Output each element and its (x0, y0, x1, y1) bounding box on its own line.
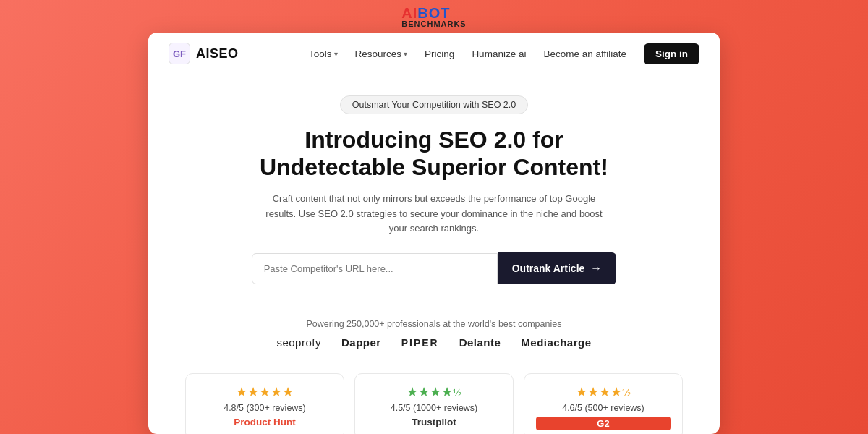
stars-trustpilot: ★★★★½ (367, 384, 501, 400)
score-trustpilot: 4.5/5 (1000+ reviews) (367, 403, 501, 413)
review-cards: ★★★★★ 4.8/5 (300+ reviews) Product Hunt … (148, 373, 720, 434)
arrow-icon: → (590, 262, 602, 275)
nav-humanize[interactable]: Humanize ai (472, 48, 526, 59)
navbar-nav: Tools ▾ Resources ▾ Pricing Humanize ai … (309, 43, 699, 64)
platform-trustpilot: Trustpilot (367, 417, 501, 427)
company-mediacharge: Mediacharge (521, 336, 591, 349)
review-card-producthunt: ★★★★★ 4.8/5 (300+ reviews) Product Hunt (185, 373, 344, 434)
logo-text: AISEO (196, 46, 239, 61)
navbar-logo: GF AISEO (169, 43, 239, 64)
platform-producthunt: Product Hunt (197, 417, 332, 427)
hero-badge: Outsmart Your Competition with SEO 2.0 (340, 95, 529, 114)
url-input[interactable] (252, 253, 498, 284)
review-card-g2: ★★★★½ 4.6/5 (500+ reviews) G2 (524, 373, 683, 434)
score-g2: 4.6/5 (500+ reviews) (536, 403, 671, 413)
chevron-down-icon: ▾ (334, 50, 338, 58)
chevron-down-icon: ▾ (404, 50, 407, 58)
signin-button[interactable]: Sign in (644, 43, 699, 64)
hero-subtitle: Craft content that not only mirrors but … (260, 192, 608, 237)
banner-benchmarks-text: BENCHMARKS (401, 20, 466, 28)
companies-label: Powering 250,000+ professionals at the w… (177, 319, 691, 329)
nav-affiliate[interactable]: Become an affiliate (543, 48, 626, 59)
nav-pricing[interactable]: Pricing (425, 48, 454, 59)
search-bar: Outrank Article → (177, 252, 691, 284)
main-card: GF AISEO Tools ▾ Resources ▾ Pricing Hum… (148, 33, 720, 434)
navbar: GF AISEO Tools ▾ Resources ▾ Pricing Hum… (148, 33, 720, 75)
companies-section: Powering 250,000+ professionals at the w… (148, 319, 720, 373)
company-delante: Delante (459, 336, 501, 349)
review-card-trustpilot: ★★★★½ 4.5/5 (1000+ reviews) Trustpilot (354, 373, 514, 434)
nav-tools[interactable]: Tools ▾ (309, 48, 338, 59)
hero-title: Introducing SEO 2.0 for Undetectable Sup… (177, 126, 691, 182)
banner-logo: AI BOT BENCHMARKS (401, 6, 466, 28)
hero-section: Outsmart Your Competition with SEO 2.0 I… (148, 75, 720, 319)
company-dapper: Dapper (341, 336, 381, 349)
banner-ai-text: AI (401, 6, 417, 20)
top-banner: AI BOT BENCHMARKS (0, 0, 868, 33)
company-seoprofy: seoprofy (276, 336, 321, 349)
nav-resources[interactable]: Resources ▾ (355, 48, 408, 59)
logo-icon: GF (169, 43, 190, 64)
score-producthunt: 4.8/5 (300+ reviews) (197, 403, 332, 413)
g2-badge: G2 (536, 417, 671, 430)
companies-logos: seoprofy Dapper PIPER Delante Mediacharg… (177, 336, 691, 349)
company-piper: PIPER (401, 337, 439, 349)
stars-producthunt: ★★★★★ (197, 384, 332, 400)
outrank-button[interactable]: Outrank Article → (498, 252, 617, 284)
stars-g2: ★★★★½ (536, 384, 671, 400)
banner-bot-text: BOT (417, 6, 450, 20)
